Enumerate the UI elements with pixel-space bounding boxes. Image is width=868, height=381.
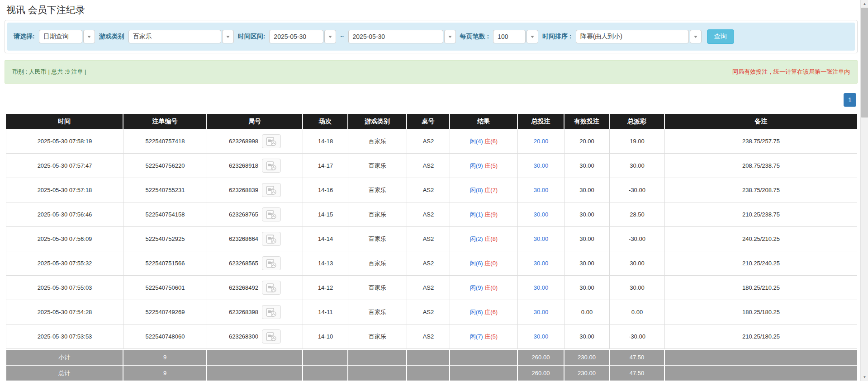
total-bet-link[interactable]: 30.00 [534,260,549,267]
table-row: 2025-05-30 07:57:47522540756220623268918… [6,154,857,178]
page-size-combobox[interactable]: 100 [493,30,538,43]
header-session: 场次 [303,114,348,129]
video-file-icon [266,161,277,170]
header-total-bet: 总投注 [518,114,564,129]
date-to-combobox[interactable]: 2025-05-30 [348,30,456,43]
betting-table: 时间注单编号局号场次游戏类别桌号结果总投注有效投注总派彩备注 2025-05-3… [6,114,857,381]
search-button[interactable]: 查询 [707,29,734,44]
chevron-down-icon[interactable] [690,30,702,43]
round-id-value: 623268918 [229,162,258,169]
table-no-cell: AS2 [407,227,450,251]
round-id-wrap: 623268839 [229,183,281,197]
round-id-wrap: 623268765 [229,207,281,221]
round-id-wrap: 623268565 [229,256,281,270]
session-cell: 14-14 [303,227,348,251]
video-replay-button[interactable] [262,134,281,148]
date-from-combobox[interactable]: 2025-05-30 [269,30,336,43]
chevron-down-icon[interactable] [324,30,336,43]
select-type-value[interactable]: 日期查询 [39,30,82,43]
page-1-button[interactable]: 1 [844,93,856,107]
video-replay-button[interactable] [262,329,281,343]
payout-cell: 30.00 [610,154,665,178]
valid-bet-cell: 20.00 [564,129,610,154]
table-no-cell: AS2 [407,276,450,300]
total-bet-link[interactable]: 30.00 [534,235,549,242]
date-from-value[interactable]: 2025-05-30 [269,30,323,43]
video-file-icon [266,137,277,146]
remark-cell: 180.25/210.25 [665,276,857,300]
payout-cell: -30.00 [610,178,665,202]
header-payout: 总派彩 [610,114,665,129]
remark-cell: 238.75/257.75 [665,129,857,154]
subtotal-row-remark [665,349,857,365]
game-type-combobox[interactable]: 百家乐 [128,30,234,43]
time-cell: 2025-05-30 07:56:46 [6,202,123,227]
scroll-down-icon[interactable]: ▼ [861,373,868,381]
result-cell: 闲(9) 庄(0) [450,276,518,300]
grand-total-row-table-no [407,365,450,381]
total-bet-cell: 30.00 [518,300,564,325]
total-bet-link[interactable]: 30.00 [534,162,549,169]
banker-result: 庄(0) [484,284,498,291]
select-type-combobox[interactable]: 日期查询 [39,30,95,43]
round-id-value: 623268998 [229,138,258,145]
table-row: 2025-05-30 07:53:53522540748060623268300… [6,325,857,349]
scroll-thumb[interactable] [861,8,868,118]
video-replay-button[interactable] [262,305,281,319]
chevron-down-icon[interactable] [222,30,234,43]
video-replay-button[interactable] [262,232,281,246]
table-row: 2025-05-30 07:54:28522540749269623268398… [6,300,857,325]
video-replay-button[interactable] [262,159,281,173]
round-id-value: 623268664 [229,235,258,242]
remark-cell: 238.75/208.75 [665,178,857,202]
vertical-scrollbar[interactable]: ▲ ▼ [860,0,868,381]
round-id-wrap: 623268300 [229,329,281,343]
table-header-row: 时间注单编号局号场次游戏类别桌号结果总投注有效投注总派彩备注 [6,114,857,129]
result-cell: 闲(1) 庄(9) [450,202,518,227]
grand-total-row-time: 总计 [6,365,123,381]
game-type-value[interactable]: 百家乐 [128,30,221,43]
video-replay-button[interactable] [262,183,281,197]
result-cell: 闲(6) 庄(0) [450,251,518,276]
payout-cell: 30.00 [610,276,665,300]
total-bet-link[interactable]: 30.00 [534,309,549,315]
total-bet-link[interactable]: 30.00 [534,187,549,193]
payout-cell: 0.00 [610,300,665,325]
banker-result: 庄(7) [484,187,498,193]
sort-order-value[interactable]: 降幂(由大到小) [576,30,689,43]
game-type-cell: 百家乐 [348,129,407,154]
chevron-down-icon[interactable] [83,30,95,43]
total-bet-link[interactable]: 30.00 [534,211,549,218]
time-cell: 2025-05-30 07:53:53 [6,325,123,349]
scroll-up-icon[interactable]: ▲ [861,0,868,8]
total-bet-link[interactable]: 20.00 [534,138,549,145]
video-file-icon [266,235,277,244]
total-bet-cell: 30.00 [518,276,564,300]
grand-total-row-valid-bet: 230.00 [564,365,610,381]
time-cell: 2025-05-30 07:56:09 [6,227,123,251]
player-result: 闲(4) [470,138,483,145]
valid-bet-cell: 0.00 [564,300,610,325]
time-cell: 2025-05-30 07:58:19 [6,129,123,154]
valid-bet-cell: 30.00 [564,276,610,300]
video-replay-button[interactable] [262,281,281,295]
notice-text: 同局有效投注，统一计算在该局第一张注单内 [732,68,850,76]
video-replay-button[interactable] [262,207,281,221]
total-bet-link[interactable]: 30.00 [534,284,549,291]
round-id-wrap: 623268918 [229,159,281,173]
banker-result: 庄(5) [484,333,498,340]
total-bet-cell: 20.00 [518,129,564,154]
chevron-down-icon[interactable] [526,30,538,43]
valid-bet-cell: 30.00 [564,227,610,251]
date-to-value[interactable]: 2025-05-30 [348,30,443,43]
total-bet-link[interactable]: 30.00 [534,333,549,340]
chevron-down-icon[interactable] [444,30,456,43]
game-type-cell: 百家乐 [348,227,407,251]
sort-order-combobox[interactable]: 降幂(由大到小) [576,30,702,43]
session-cell: 14-16 [303,178,348,202]
payout-cell: 28.50 [610,202,665,227]
valid-bet-cell: 30.00 [564,154,610,178]
page-size-value[interactable]: 100 [493,30,526,43]
grand-total-row-total-bet: 260.00 [518,365,564,381]
video-replay-button[interactable] [262,256,281,270]
